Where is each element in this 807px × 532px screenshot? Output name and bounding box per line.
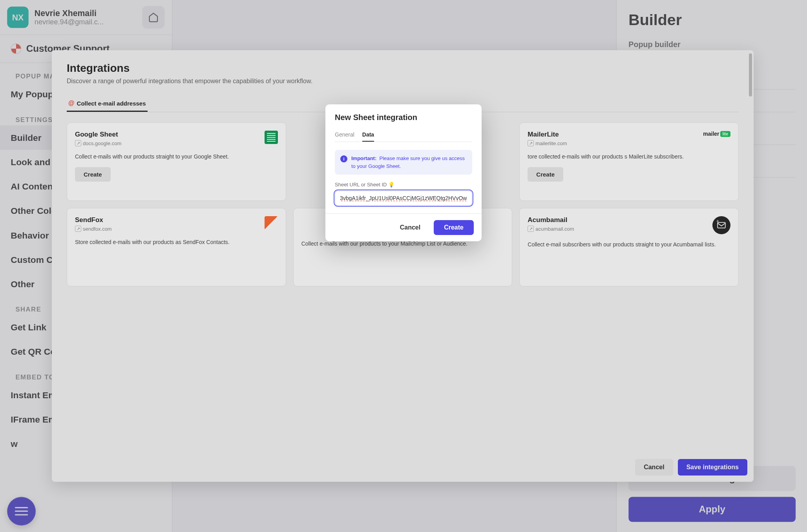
at-icon: @	[68, 100, 75, 107]
create-button[interactable]: Create	[434, 220, 474, 235]
sheet-url-input[interactable]	[335, 191, 472, 206]
card-link[interactable]: acumbamail.com	[528, 226, 574, 232]
cancel-button[interactable]: Cancel	[635, 459, 673, 476]
card-title: MailerLite	[528, 131, 567, 138]
info-box: i Important: Please make sure you give u…	[335, 150, 472, 175]
info-bold: Important:	[351, 155, 376, 161]
card-title: SendFox	[75, 216, 112, 224]
card-desc: Collect e-mails with our products straig…	[75, 153, 278, 161]
tab-collect-emails[interactable]: @ Collect e-mail addresses	[67, 96, 148, 112]
mailerlite-icon: mailerlite	[703, 131, 730, 137]
info-icon: i	[340, 155, 347, 162]
integration-card-sendfox: SendFox sendfox.com Store collected e-ma…	[67, 208, 286, 286]
sendfox-icon	[265, 216, 278, 230]
modal-scrollbar[interactable]	[749, 53, 752, 97]
tab-general[interactable]: General	[335, 128, 354, 142]
tab-label: Collect e-mail addresses	[77, 100, 146, 107]
card-title: Acumbamail	[528, 216, 574, 224]
modal-title: New Sheet integration	[335, 113, 472, 122]
create-button[interactable]: Create	[528, 167, 563, 182]
card-link[interactable]: docs.google.com	[75, 140, 121, 146]
acumbamail-icon	[712, 216, 730, 234]
integration-card-google-sheet: Google Sheet docs.google.com Collect e-m…	[67, 122, 286, 201]
integration-card-acumbamail: Acumbamail acumbamail.com Collect e-mail…	[519, 208, 739, 286]
card-link[interactable]: mailerlite.com	[528, 140, 567, 146]
sheet-url-label: Sheet URL or Sheet ID 💡	[335, 182, 472, 188]
overlay: Integrations Discover a range of powerfu…	[0, 0, 807, 532]
tab-data[interactable]: Data	[362, 128, 374, 142]
integrations-subtitle: Discover a range of powerful integration…	[67, 78, 739, 85]
integrations-title: Integrations	[67, 62, 739, 75]
card-link[interactable]: sendfox.com	[75, 226, 112, 232]
create-button[interactable]: Create	[75, 167, 111, 182]
card-desc: Collect e-mail subscribers with our prod…	[528, 240, 730, 249]
new-sheet-modal: New Sheet integration General Data i Imp…	[325, 104, 482, 241]
svg-rect-0	[718, 222, 725, 228]
google-sheets-icon	[265, 131, 278, 144]
cancel-button[interactable]: Cancel	[392, 220, 428, 235]
integration-card-mailerlite: MailerLite mailerlite.com mailerlite tor…	[519, 122, 739, 201]
card-title: Google Sheet	[75, 131, 121, 138]
save-integrations-button[interactable]: Save integrations	[678, 459, 747, 476]
card-desc: tore collected e-mails with our products…	[528, 153, 730, 161]
card-desc: Store collected e-mails with our product…	[75, 238, 278, 246]
